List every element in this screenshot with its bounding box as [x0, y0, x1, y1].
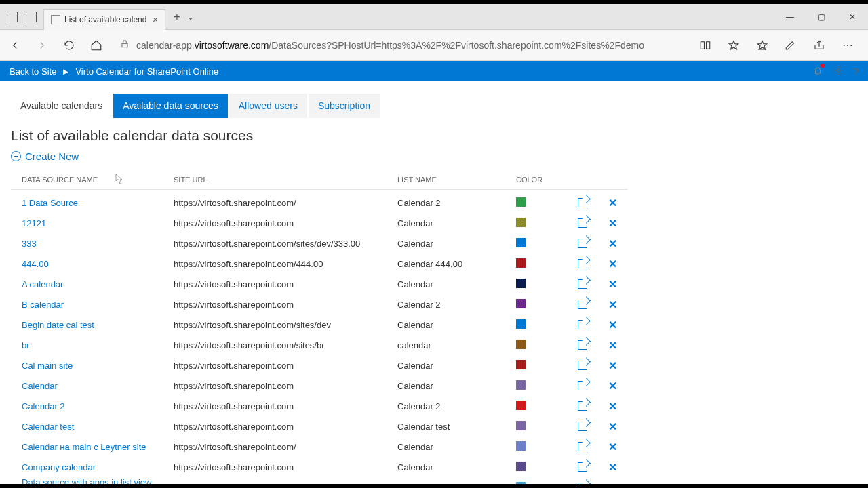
col-header-list[interactable]: List Name: [397, 176, 516, 184]
back-button[interactable]: [5, 36, 24, 55]
window-icon-2[interactable]: [26, 12, 37, 22]
row-url: https://virtosoft.sharepoint.com/444.00: [174, 259, 397, 269]
close-window-button[interactable]: ✕: [837, 7, 868, 27]
edit-icon[interactable]: [578, 340, 587, 350]
edit-icon[interactable]: [578, 462, 587, 472]
row-list: Calendar: [397, 279, 516, 289]
delete-icon[interactable]: ✕: [608, 420, 617, 433]
edit-icon[interactable]: [578, 239, 587, 248]
pointer-cursor-icon: [113, 174, 122, 188]
delete-icon[interactable]: ✕: [608, 319, 617, 331]
data-sources-table: Data Source Name Site URL List Name Colo…: [11, 171, 628, 484]
row-name-link[interactable]: Cal main site: [22, 361, 73, 371]
row-name-link[interactable]: 12121: [22, 218, 46, 228]
reading-view-icon[interactable]: [696, 36, 715, 55]
row-url: https://virtosoft.sharepoint.com/leytner: [174, 483, 397, 485]
edit-icon[interactable]: [578, 422, 587, 431]
app-title-link[interactable]: Virto Calendar for SharePoint Online: [75, 66, 218, 77]
close-tab-icon[interactable]: ×: [153, 14, 158, 25]
address-bar[interactable]: calendar-app.virtosoftware.com/DataSourc…: [114, 35, 688, 56]
page-title: List of available calendar data sources: [11, 127, 857, 144]
row-name-link[interactable]: 333: [22, 239, 37, 249]
row-name-link[interactable]: Calendar на main с Leytner site: [22, 442, 146, 452]
delete-icon[interactable]: ✕: [608, 237, 617, 250]
back-to-site-link[interactable]: Back to Site: [9, 66, 56, 77]
row-url: https://virtosoft.sharepoint.com: [174, 218, 397, 228]
row-name-link[interactable]: Calendar: [22, 381, 58, 391]
minimize-button[interactable]: —: [774, 7, 806, 27]
row-name-link[interactable]: Data source with apos in list view name: [22, 477, 151, 484]
notifications-icon[interactable]: [812, 65, 823, 78]
row-url: https://virtosoft.sharepoint.com: [174, 401, 397, 411]
delete-icon[interactable]: ✕: [608, 217, 617, 230]
edit-icon[interactable]: [578, 218, 587, 228]
edit-icon[interactable]: [578, 279, 587, 289]
edit-icon[interactable]: [578, 320, 587, 329]
col-header-color[interactable]: Color: [516, 176, 567, 184]
col-header-url[interactable]: Site URL: [174, 176, 397, 184]
row-name-link[interactable]: Calendar 2: [22, 401, 65, 411]
delete-icon[interactable]: ✕: [608, 400, 617, 413]
row-url: https://virtosoft.sharepoint.com: [174, 381, 397, 391]
svg-rect-0: [122, 43, 127, 47]
delete-icon[interactable]: ✕: [608, 258, 617, 270]
delete-icon[interactable]: ✕: [608, 298, 617, 311]
color-swatch: [516, 360, 526, 369]
refresh-button[interactable]: [60, 36, 79, 55]
edit-icon[interactable]: [578, 361, 587, 370]
tab-available-data-sources[interactable]: Available data sources: [113, 94, 228, 118]
row-name-link[interactable]: A calendar: [22, 279, 63, 289]
help-icon[interactable]: ?: [853, 66, 859, 77]
delete-icon[interactable]: ✕: [608, 339, 617, 352]
window-icon[interactable]: [7, 12, 18, 22]
row-url: https://virtosoft.sharepoint.com: [174, 361, 397, 371]
delete-icon[interactable]: ✕: [608, 380, 617, 392]
edit-icon[interactable]: [578, 381, 587, 390]
forward-button[interactable]: [33, 36, 52, 55]
row-name-link[interactable]: 1 Data Source: [22, 198, 78, 208]
edit-icon[interactable]: [578, 198, 587, 207]
delete-icon[interactable]: ✕: [608, 359, 617, 372]
edit-icon[interactable]: [578, 483, 587, 484]
delete-icon[interactable]: ✕: [608, 278, 617, 291]
maximize-button[interactable]: ▢: [806, 7, 837, 27]
delete-icon[interactable]: ✕: [608, 441, 617, 453]
delete-icon[interactable]: ✕: [608, 481, 617, 485]
chevron-right-icon: ▶: [63, 68, 68, 75]
row-name-link[interactable]: br: [22, 340, 30, 350]
row-name-link[interactable]: B calendar: [22, 300, 64, 310]
edit-icon[interactable]: [578, 300, 587, 309]
row-list: Calendar 2: [397, 401, 516, 411]
edit-icon[interactable]: [578, 442, 587, 451]
row-name-link[interactable]: Begin date cal test: [22, 320, 94, 330]
tab-allowed-users[interactable]: Allowed users: [229, 94, 307, 118]
row-name-link[interactable]: 444.00: [22, 259, 49, 269]
table-row: 12121https://virtosoft.sharepoint.comCal…: [11, 213, 628, 233]
delete-icon[interactable]: ✕: [608, 461, 617, 474]
tab-chevron-icon[interactable]: ⌄: [187, 12, 194, 22]
settings-icon[interactable]: [833, 65, 844, 78]
home-button[interactable]: [87, 36, 106, 55]
notes-icon[interactable]: [781, 36, 800, 55]
table-row: Cal main sitehttps://virtosoft.sharepoin…: [11, 355, 628, 375]
tab-available-calendars[interactable]: Available calendars: [11, 94, 112, 118]
row-name-link[interactable]: Company calendar: [22, 462, 96, 472]
titlebar: List of available calenda × + ⌄ — ▢ ✕: [0, 4, 868, 30]
favorites-list-icon[interactable]: [753, 36, 772, 55]
tab-subscription[interactable]: Subscription: [309, 94, 380, 118]
favorite-icon[interactable]: [724, 36, 743, 55]
browser-tab[interactable]: List of available calenda ×: [43, 9, 165, 30]
more-icon[interactable]: ⋯: [838, 36, 857, 55]
table-row: Calendarhttps://virtosoft.sharepoint.com…: [11, 375, 628, 396]
delete-icon[interactable]: ✕: [608, 197, 617, 209]
color-swatch: [516, 279, 526, 288]
edit-icon[interactable]: [578, 259, 587, 268]
edit-icon[interactable]: [578, 401, 587, 411]
col-header-name[interactable]: Data Source Name: [11, 176, 174, 184]
share-icon[interactable]: [810, 36, 829, 55]
new-tab-button[interactable]: +: [174, 11, 180, 23]
row-name-link[interactable]: Calendar test: [22, 422, 74, 432]
table-row: Company calendarhttps://virtosoft.sharep…: [11, 457, 628, 477]
create-new-button[interactable]: + Create New: [11, 150, 857, 162]
row-url: https://virtosoft.sharepoint.com: [174, 462, 397, 472]
